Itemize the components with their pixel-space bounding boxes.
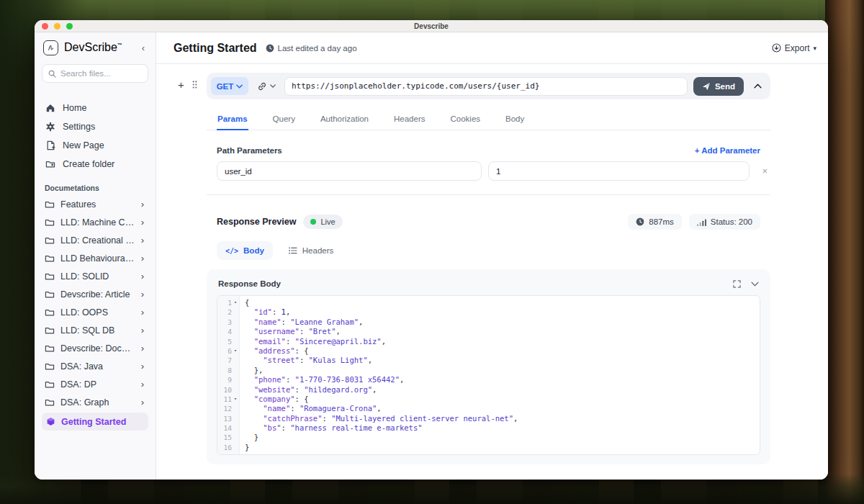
sidebar-item-doc[interactable]: DSA: Graph › — [42, 393, 148, 411]
response-preview-title: Response Preview — [217, 217, 296, 227]
sidebar-item-doc[interactable]: LLD: Machine Codir › — [42, 213, 148, 231]
brand-row: DevScribe™ ‹ — [42, 32, 148, 63]
sidebar-item-doc[interactable]: LLD: SOLID › — [42, 267, 148, 285]
chevron-right-icon: › — [141, 217, 145, 228]
new-page-icon — [45, 140, 56, 150]
folder-icon — [45, 362, 55, 371]
sidebar-item-doc[interactable]: Devscribe: Article › — [42, 285, 148, 303]
sidebar-item-doc[interactable]: DSA: DP › — [42, 375, 148, 393]
sidebar-item-home[interactable]: Home — [42, 99, 148, 117]
list-icon — [289, 247, 297, 254]
add-parameter-button[interactable]: + Add Parameter — [695, 146, 760, 155]
tab-label: Body — [243, 246, 264, 255]
folder-icon — [45, 344, 55, 353]
fold-caret-icon[interactable]: ▾ — [232, 346, 239, 356]
export-button[interactable]: Export ▾ — [772, 43, 816, 53]
home-icon — [45, 103, 56, 113]
doc-label: LLD: SQL DB — [60, 325, 135, 336]
clock-icon — [636, 217, 644, 226]
url-scheme-dropdown[interactable] — [254, 81, 279, 91]
code-line: 16} — [217, 443, 760, 452]
drag-handle-icon[interactable] — [192, 80, 198, 89]
doc-label: Devscribe: Article — [60, 289, 135, 300]
folder-icon — [45, 326, 55, 335]
json-response-viewer[interactable]: 1▾{2 "id": 1,3 "name": "Leanne Graham",4… — [217, 295, 760, 455]
chevron-right-icon: › — [141, 271, 145, 282]
live-badge: Live — [303, 215, 342, 229]
code-line: 6▾ "address": { — [217, 346, 760, 356]
tab-headers[interactable]: Headers — [393, 114, 426, 130]
caret-down-icon: ▾ — [813, 45, 816, 52]
tab-response-body[interactable]: </> Body — [217, 241, 273, 260]
nav-label: Create folder — [63, 159, 114, 169]
code-line: 12 "name": "Romaguera-Crona", — [217, 404, 760, 413]
sidebar-item-doc[interactable]: Features › — [42, 195, 148, 213]
search-box[interactable] — [42, 64, 148, 83]
expand-icon[interactable] — [733, 280, 741, 288]
main-area: Getting Started Last edited a day ago Ex… — [156, 32, 828, 480]
tab-cookies[interactable]: Cookies — [449, 114, 481, 130]
code-icon: </> — [225, 247, 238, 255]
export-label: Export — [785, 43, 810, 53]
doc-list: Features › LLD: Machine Codir › LLD: Cre… — [42, 195, 148, 411]
sidebar: DevScribe™ ‹ Home — [35, 32, 156, 480]
code-line: 10 "website": "hildegard.org", — [217, 385, 760, 395]
url-input[interactable] — [284, 77, 688, 96]
sidebar-item-create-folder[interactable]: Create folder — [42, 155, 148, 174]
method-dropdown[interactable]: GET — [211, 77, 248, 95]
chevron-down-icon[interactable] — [751, 282, 759, 287]
doc-label: LLD: SOLID — [60, 271, 135, 282]
tab-params[interactable]: Params — [217, 114, 248, 130]
last-edited-text: Last edited a day ago — [278, 44, 357, 53]
nav-label: New Page — [63, 140, 104, 150]
param-key-input[interactable] — [217, 161, 482, 181]
tab-response-headers[interactable]: Headers — [280, 241, 342, 260]
paper-plane-icon — [702, 82, 711, 91]
sidebar-item-doc[interactable]: LLD: OOPS › — [42, 303, 148, 321]
sidebar-item-doc[interactable]: LLD Behavioural DP › — [42, 249, 148, 267]
folder-icon — [45, 218, 55, 227]
sidebar-item-new-page[interactable]: New Page — [42, 136, 148, 155]
response-meta: 887ms Status: 200 — [628, 214, 760, 230]
tab-body[interactable]: Body — [505, 114, 525, 130]
tab-query[interactable]: Query — [272, 114, 296, 130]
response-tabs: </> Body Headers — [207, 241, 770, 260]
chevron-down-icon — [236, 84, 243, 89]
collapse-request-icon[interactable] — [750, 84, 766, 89]
sidebar-item-doc[interactable]: LLD: Creational DP › — [42, 231, 148, 249]
param-row: × — [207, 161, 770, 181]
send-button[interactable]: Send — [693, 77, 744, 96]
response-body-title: Response Body — [218, 279, 281, 288]
doc-label: LLD: OOPS — [60, 307, 135, 318]
param-value-input[interactable] — [488, 161, 750, 181]
sidebar-collapse-icon[interactable]: ‹ — [140, 42, 147, 53]
minimize-window-button[interactable] — [54, 23, 60, 30]
search-input[interactable] — [60, 69, 142, 78]
tab-authorization[interactable]: Authorization — [320, 114, 369, 130]
create-folder-icon — [45, 160, 56, 168]
sidebar-item-doc[interactable]: DSA: Java › — [42, 357, 148, 375]
link-icon — [257, 81, 267, 91]
close-window-button[interactable] — [42, 23, 48, 30]
app-window: Devscribe DevScribe™ ‹ — [35, 20, 828, 480]
devscribe-logo-icon — [43, 40, 58, 55]
fold-caret-icon[interactable]: ▾ — [232, 298, 239, 307]
sidebar-item-doc[interactable]: Devscribe: Docume › — [42, 339, 148, 357]
path-params-title: Path Parameters — [217, 146, 282, 155]
zoom-window-button[interactable] — [66, 23, 73, 30]
remove-param-icon[interactable]: × — [762, 166, 770, 176]
doc-label: DSA: Graph — [60, 397, 135, 408]
add-block-icon[interactable]: + — [178, 78, 184, 91]
chevron-right-icon: › — [141, 307, 145, 318]
sidebar-item-doc[interactable]: LLD: SQL DB › — [42, 321, 148, 339]
doc-label: LLD: Creational DP — [60, 235, 135, 246]
sidebar-item-getting-started[interactable]: Getting Started — [42, 413, 148, 431]
send-label: Send — [715, 82, 735, 91]
code-line: 9 "phone": "1-770-736-8031 x56442", — [217, 375, 760, 384]
sidebar-item-settings[interactable]: Settings — [42, 117, 148, 136]
fold-caret-icon[interactable]: ▾ — [232, 395, 239, 404]
page-header: Getting Started Last edited a day ago Ex… — [156, 32, 828, 64]
chevron-right-icon: › — [141, 289, 145, 300]
page-title: Getting Started — [174, 42, 257, 55]
folder-icon — [45, 254, 55, 263]
